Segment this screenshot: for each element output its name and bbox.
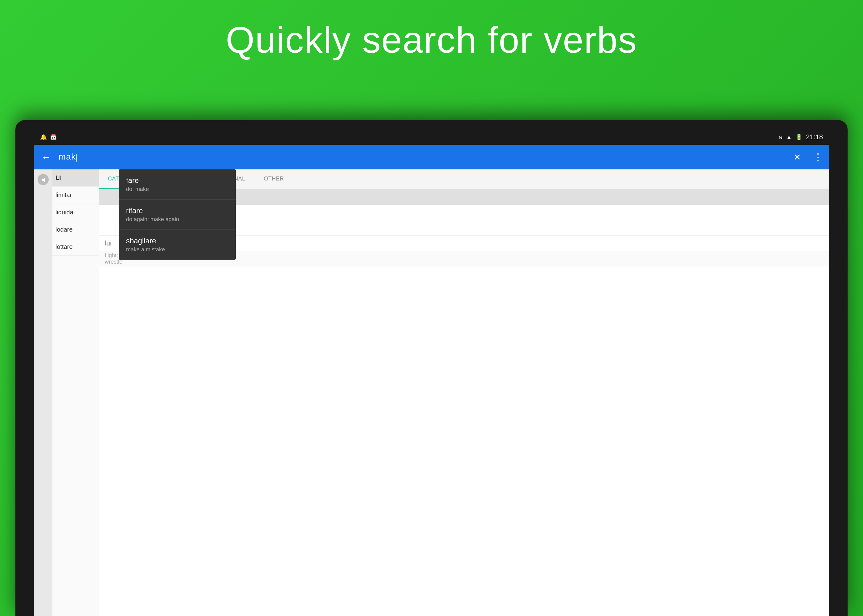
search-input-container[interactable]: mak (58, 152, 787, 163)
search-bar: ← mak ✕ ⋮ (34, 145, 829, 170)
clear-button[interactable]: ✕ (794, 152, 801, 162)
notification-icon-2: 📅 (50, 134, 57, 140)
autocomplete-verb-0: fare (126, 176, 228, 185)
autocomplete-meaning-0: do; make (126, 186, 228, 193)
list-item-1[interactable]: liquida (52, 204, 99, 221)
autocomplete-item-1[interactable]: rifare do again; make again (119, 200, 236, 230)
list-item-3[interactable]: lottare (52, 238, 99, 256)
tablet-screen: 🔔 📅 ⊖ ▲ 🔋 21:18 ← mak ✕ ⋮ ◀ (34, 129, 829, 616)
status-bar: 🔔 📅 ⊖ ▲ 🔋 21:18 (34, 129, 829, 145)
left-nav: ◀ (34, 170, 52, 616)
wifi-icon: ▲ (786, 134, 792, 140)
search-input[interactable]: mak (58, 152, 76, 161)
autocomplete-dropdown: fare do; make rifare do again; make agai… (119, 170, 236, 260)
autocomplete-verb-2: sbagliare (126, 237, 228, 245)
autocomplete-meaning-1: do again; make again (126, 216, 228, 223)
left-list: LI limitar liquida lodare lottare (52, 170, 99, 616)
back-button[interactable]: ← (40, 152, 52, 163)
list-item-2[interactable]: lodare (52, 221, 99, 238)
autocomplete-list: fare do; make rifare do again; make agai… (119, 170, 236, 260)
list-item-0[interactable]: limitar (52, 187, 99, 204)
mute-icon: ⊖ (778, 134, 783, 140)
list-top-label: LI (52, 170, 99, 187)
nav-circle-icon[interactable]: ◀ (38, 174, 49, 185)
autocomplete-verb-1: rifare (126, 206, 228, 215)
verb-2: mangia (154, 239, 829, 247)
verb-1: mangi (154, 224, 829, 232)
autocomplete-item-2[interactable]: sbagliare make a mistake (119, 230, 236, 260)
verb-0: mangio (154, 209, 829, 217)
autocomplete-item-0[interactable]: fare do; make (119, 170, 236, 200)
more-options-button[interactable]: ⋮ (813, 151, 823, 163)
status-left-icons: 🔔 📅 (40, 134, 57, 140)
status-right-icons: ⊖ ▲ 🔋 21:18 (778, 133, 823, 141)
notification-icon-1: 🔔 (40, 134, 47, 140)
tab-other[interactable]: OTHER (255, 170, 293, 189)
battery-icon: 🔋 (795, 134, 802, 140)
headline: Quickly search for verbs (0, 19, 863, 61)
tablet-device: 🔔 📅 ⊖ ▲ 🔋 21:18 ← mak ✕ ⋮ ◀ (16, 120, 847, 616)
autocomplete-meaning-2: make a mistake (126, 247, 228, 253)
status-time: 21:18 (806, 133, 823, 141)
text-cursor (76, 154, 77, 162)
